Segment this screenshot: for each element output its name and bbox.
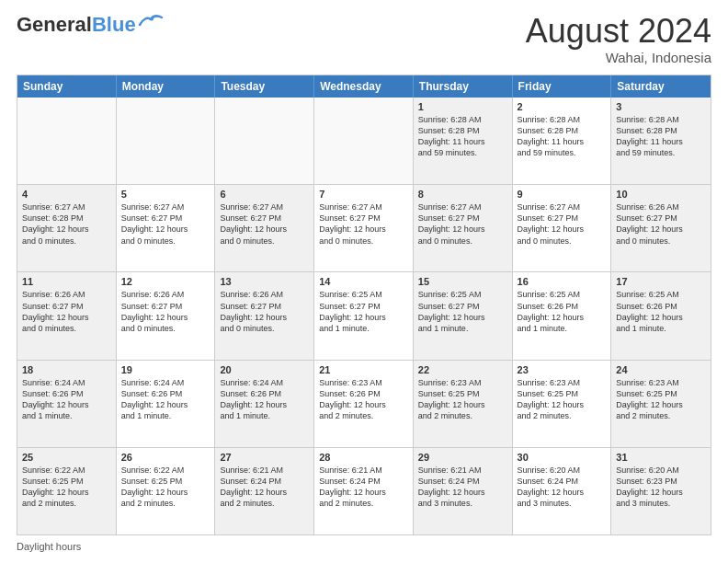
day-number: 6 <box>220 189 309 200</box>
day-number: 17 <box>616 276 706 287</box>
empty-cell <box>215 98 314 184</box>
day-cell-18: 18Sunrise: 6:24 AMSunset: 6:26 PMDayligh… <box>17 361 117 447</box>
day-number: 3 <box>616 101 706 112</box>
day-header-saturday: Saturday <box>611 75 711 98</box>
day-cell-12: 12Sunrise: 6:26 AMSunset: 6:27 PMDayligh… <box>117 272 216 359</box>
day-number: 1 <box>418 101 507 112</box>
day-info: Sunrise: 6:25 AMSunset: 6:27 PMDaylight:… <box>418 289 507 334</box>
day-info: Sunrise: 6:26 AMSunset: 6:27 PMDaylight:… <box>220 289 309 334</box>
day-info: Sunrise: 6:23 AMSunset: 6:26 PMDaylight:… <box>319 377 408 422</box>
day-number: 28 <box>319 452 408 463</box>
day-number: 23 <box>518 364 607 375</box>
day-info: Sunrise: 6:27 AMSunset: 6:27 PMDaylight:… <box>220 201 309 247</box>
day-number: 9 <box>518 189 607 200</box>
day-info: Sunrise: 6:23 AMSunset: 6:25 PMDaylight:… <box>418 377 507 422</box>
day-header-wednesday: Wednesday <box>314 75 414 98</box>
day-number: 7 <box>319 189 408 200</box>
day-cell-9: 9Sunrise: 6:27 AMSunset: 6:27 PMDaylight… <box>513 185 612 271</box>
day-info: Sunrise: 6:27 AMSunset: 6:27 PMDaylight:… <box>418 201 507 247</box>
day-number: 11 <box>22 276 111 287</box>
day-number: 10 <box>616 189 706 200</box>
day-cell-11: 11Sunrise: 6:26 AMSunset: 6:27 PMDayligh… <box>17 272 117 359</box>
day-number: 21 <box>319 364 408 375</box>
day-info: Sunrise: 6:24 AMSunset: 6:26 PMDaylight:… <box>121 377 210 422</box>
day-cell-7: 7Sunrise: 6:27 AMSunset: 6:27 PMDaylight… <box>314 185 414 271</box>
day-info: Sunrise: 6:20 AMSunset: 6:24 PMDaylight:… <box>518 465 607 510</box>
day-info: Sunrise: 6:22 AMSunset: 6:25 PMDaylight:… <box>121 465 210 510</box>
day-cell-16: 16Sunrise: 6:25 AMSunset: 6:26 PMDayligh… <box>513 272 612 359</box>
day-info: Sunrise: 6:20 AMSunset: 6:23 PMDaylight:… <box>616 465 706 510</box>
day-cell-3: 3Sunrise: 6:28 AMSunset: 6:28 PMDaylight… <box>611 98 711 184</box>
calendar-row-2: 4Sunrise: 6:27 AMSunset: 6:28 PMDaylight… <box>17 184 711 271</box>
calendar-row-1: 1Sunrise: 6:28 AMSunset: 6:28 PMDaylight… <box>17 98 711 184</box>
calendar-body: 1Sunrise: 6:28 AMSunset: 6:28 PMDaylight… <box>17 98 711 534</box>
day-info: Sunrise: 6:26 AMSunset: 6:27 PMDaylight:… <box>616 201 706 247</box>
logo-blue: Blue <box>92 13 136 36</box>
day-number: 2 <box>518 101 607 112</box>
day-number: 14 <box>319 276 408 287</box>
day-info: Sunrise: 6:23 AMSunset: 6:25 PMDaylight:… <box>616 377 706 422</box>
empty-cell <box>17 98 117 184</box>
day-number: 15 <box>418 276 507 287</box>
footer-label: Daylight hours <box>17 541 81 552</box>
day-cell-15: 15Sunrise: 6:25 AMSunset: 6:27 PMDayligh… <box>414 272 513 359</box>
day-header-sunday: Sunday <box>17 75 117 98</box>
day-number: 12 <box>121 276 210 287</box>
calendar-header: SundayMondayTuesdayWednesdayThursdayFrid… <box>17 75 711 98</box>
day-cell-29: 29Sunrise: 6:21 AMSunset: 6:24 PMDayligh… <box>414 448 513 534</box>
day-cell-25: 25Sunrise: 6:22 AMSunset: 6:25 PMDayligh… <box>17 448 117 534</box>
day-info: Sunrise: 6:21 AMSunset: 6:24 PMDaylight:… <box>418 465 507 510</box>
day-cell-13: 13Sunrise: 6:26 AMSunset: 6:27 PMDayligh… <box>215 272 314 359</box>
empty-cell <box>117 98 216 184</box>
day-cell-28: 28Sunrise: 6:21 AMSunset: 6:24 PMDayligh… <box>314 448 414 534</box>
day-number: 13 <box>220 276 309 287</box>
day-cell-2: 2Sunrise: 6:28 AMSunset: 6:28 PMDaylight… <box>513 98 612 184</box>
day-cell-19: 19Sunrise: 6:24 AMSunset: 6:26 PMDayligh… <box>117 361 216 447</box>
day-info: Sunrise: 6:25 AMSunset: 6:26 PMDaylight:… <box>616 289 706 334</box>
calendar-row-5: 25Sunrise: 6:22 AMSunset: 6:25 PMDayligh… <box>17 447 711 534</box>
day-info: Sunrise: 6:28 AMSunset: 6:28 PMDaylight:… <box>616 114 706 159</box>
day-number: 29 <box>418 452 507 463</box>
day-info: Sunrise: 6:21 AMSunset: 6:24 PMDaylight:… <box>220 465 309 510</box>
day-cell-20: 20Sunrise: 6:24 AMSunset: 6:26 PMDayligh… <box>215 361 314 447</box>
day-cell-24: 24Sunrise: 6:23 AMSunset: 6:25 PMDayligh… <box>611 361 711 447</box>
day-info: Sunrise: 6:27 AMSunset: 6:27 PMDaylight:… <box>121 201 210 247</box>
day-cell-10: 10Sunrise: 6:26 AMSunset: 6:27 PMDayligh… <box>611 185 711 271</box>
day-info: Sunrise: 6:27 AMSunset: 6:27 PMDaylight:… <box>518 201 607 247</box>
day-cell-5: 5Sunrise: 6:27 AMSunset: 6:27 PMDaylight… <box>117 185 216 271</box>
title-section: August 2024 Wahai, Indonesia <box>526 15 711 65</box>
calendar: SundayMondayTuesdayWednesdayThursdayFrid… <box>17 75 711 535</box>
day-number: 30 <box>518 452 607 463</box>
day-number: 8 <box>418 189 507 200</box>
logo-bird-icon <box>138 12 164 30</box>
day-cell-1: 1Sunrise: 6:28 AMSunset: 6:28 PMDaylight… <box>414 98 513 184</box>
day-info: Sunrise: 6:28 AMSunset: 6:28 PMDaylight:… <box>418 114 507 159</box>
day-info: Sunrise: 6:26 AMSunset: 6:27 PMDaylight:… <box>22 289 111 334</box>
empty-cell <box>314 98 414 184</box>
day-cell-4: 4Sunrise: 6:27 AMSunset: 6:28 PMDaylight… <box>17 185 117 271</box>
day-cell-21: 21Sunrise: 6:23 AMSunset: 6:26 PMDayligh… <box>314 361 414 447</box>
page: GeneralBlue August 2024 Wahai, Indonesia… <box>0 0 728 563</box>
day-cell-30: 30Sunrise: 6:20 AMSunset: 6:24 PMDayligh… <box>513 448 612 534</box>
day-number: 18 <box>22 364 111 375</box>
day-cell-6: 6Sunrise: 6:27 AMSunset: 6:27 PMDaylight… <box>215 185 314 271</box>
day-cell-27: 27Sunrise: 6:21 AMSunset: 6:24 PMDayligh… <box>215 448 314 534</box>
day-header-thursday: Thursday <box>414 75 513 98</box>
calendar-row-4: 18Sunrise: 6:24 AMSunset: 6:26 PMDayligh… <box>17 360 711 447</box>
logo: GeneralBlue <box>17 15 164 35</box>
day-cell-31: 31Sunrise: 6:20 AMSunset: 6:23 PMDayligh… <box>611 448 711 534</box>
month-year-title: August 2024 <box>526 15 711 48</box>
header: GeneralBlue August 2024 Wahai, Indonesia <box>17 15 711 65</box>
day-info: Sunrise: 6:21 AMSunset: 6:24 PMDaylight:… <box>319 465 408 510</box>
day-header-friday: Friday <box>513 75 612 98</box>
day-number: 16 <box>518 276 607 287</box>
day-info: Sunrise: 6:23 AMSunset: 6:25 PMDaylight:… <box>518 377 607 422</box>
day-info: Sunrise: 6:27 AMSunset: 6:28 PMDaylight:… <box>22 201 111 247</box>
day-number: 22 <box>418 364 507 375</box>
day-cell-23: 23Sunrise: 6:23 AMSunset: 6:25 PMDayligh… <box>513 361 612 447</box>
day-info: Sunrise: 6:24 AMSunset: 6:26 PMDaylight:… <box>22 377 111 422</box>
day-number: 5 <box>121 189 210 200</box>
day-cell-17: 17Sunrise: 6:25 AMSunset: 6:26 PMDayligh… <box>611 272 711 359</box>
day-header-monday: Monday <box>117 75 216 98</box>
day-number: 31 <box>616 452 706 463</box>
